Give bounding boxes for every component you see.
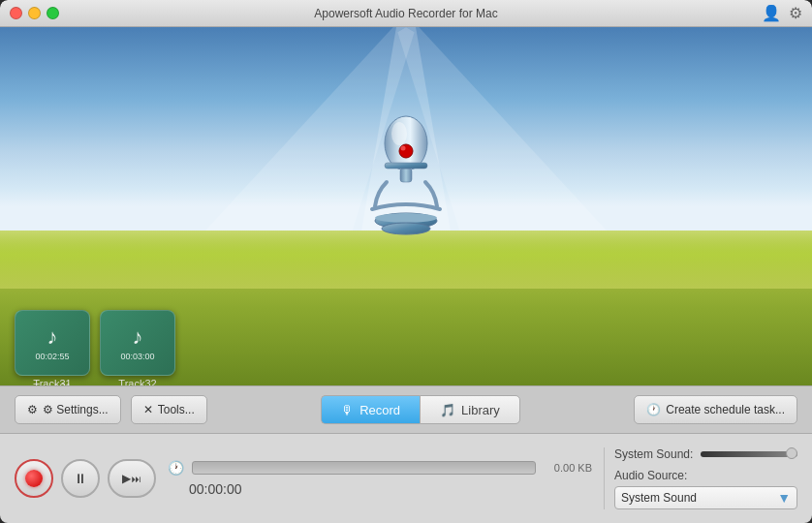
audio-source-select[interactable]: System Sound ▼ — [614, 486, 797, 509]
system-sound-label: System Sound: — [614, 447, 693, 461]
skip-icon: ⏭ — [132, 474, 141, 484]
clock-icon: 🕐 — [646, 403, 661, 416]
gear-icon: ⚙ — [27, 403, 38, 416]
music-icon: 🎵 — [440, 403, 455, 417]
audio-source-row: Audio Source: System Sound ▼ — [614, 469, 797, 509]
settings-button[interactable]: ⚙ ⚙ Settings... — [15, 395, 121, 424]
system-sound-row: System Sound: — [614, 447, 797, 461]
record-tab[interactable]: 🎙 Record — [321, 395, 420, 424]
record-tab-label: Record — [359, 403, 400, 417]
control-bar: ⚙ ⚙ Settings... ✕ Tools... 🎙 Record 🎵 Li… — [0, 385, 812, 434]
svg-rect-4 — [400, 169, 412, 182]
track-item[interactable]: ♪ 00:02:55 — [15, 310, 90, 376]
track-labels: Track31 Track32 — [15, 378, 175, 385]
track-time: 00:02:55 — [35, 352, 69, 361]
maximize-button[interactable] — [47, 7, 59, 19]
settings-icon[interactable]: ⚙ — [789, 4, 802, 22]
tracks-area: ♪ 00:02:55 Track31 ♪ 00:03:00 — [15, 310, 175, 376]
audio-source-value: System Sound — [621, 491, 697, 505]
track-time: 00:03:00 — [120, 352, 154, 361]
schedule-label: Create schedule task... — [666, 403, 785, 416]
main-visual-area: ♪ 00:02:55 Track31 ♪ 00:03:00 Track31 Tr… — [0, 27, 812, 385]
titlebar-right-icons: 👤 ⚙ — [762, 4, 802, 22]
svg-point-8 — [382, 223, 430, 234]
chevron-down-icon: ▼ — [777, 490, 791, 506]
playback-controls: ⏸ ▶ ⏭ — [15, 459, 156, 498]
window-controls — [10, 7, 59, 19]
schedule-button[interactable]: 🕐 Create schedule task... — [634, 395, 797, 424]
close-button[interactable] — [10, 7, 22, 19]
tab-group: 🎙 Record 🎵 Library — [321, 395, 520, 424]
volume-bar[interactable] — [701, 451, 797, 457]
library-tab-label: Library — [461, 403, 500, 417]
svg-point-2 — [399, 144, 413, 158]
play-icon: ▶ — [122, 472, 131, 485]
progress-bar[interactable] — [192, 461, 536, 475]
library-tab[interactable]: 🎵 Library — [420, 395, 520, 424]
settings-label: ⚙ Settings... — [43, 403, 109, 416]
audio-source-label: Audio Source: — [614, 469, 797, 482]
file-size-display: 0.00 KB — [544, 462, 592, 474]
music-note-icon: ♪ — [133, 324, 143, 350]
progress-top: 🕐 0.00 KB — [168, 460, 592, 476]
clock-indicator-icon: 🕐 — [168, 460, 184, 476]
progress-area: 🕐 0.00 KB 00:00:00 — [168, 460, 592, 497]
pause-icon: ⏸ — [74, 471, 87, 486]
svg-point-1 — [391, 122, 407, 145]
music-note-icon: ♪ — [47, 324, 58, 350]
track-label-0: Track31 — [15, 378, 90, 385]
right-panel: System Sound: Audio Source: System Sound… — [604, 447, 797, 509]
track-label-1: Track32 — [100, 378, 175, 385]
svg-point-3 — [401, 146, 406, 151]
track-item[interactable]: ♪ 00:03:00 — [100, 310, 175, 376]
record-dot — [25, 470, 43, 487]
user-icon[interactable]: 👤 — [762, 4, 781, 22]
tools-icon: ✕ — [143, 403, 153, 416]
volume-thumb[interactable] — [786, 447, 797, 459]
tools-label: Tools... — [158, 403, 195, 416]
app-title: Apowersoft Audio Recorder for Mac — [314, 7, 497, 20]
pause-button[interactable]: ⏸ — [61, 459, 100, 498]
microphone-icon: 🎙 — [341, 403, 354, 417]
microphone-graphic — [358, 114, 454, 269]
svg-point-0 — [385, 116, 427, 170]
svg-rect-5 — [385, 163, 427, 169]
record-button[interactable] — [15, 459, 53, 498]
bottom-bar: ⏸ ▶ ⏭ 🕐 0.00 KB 00:00:00 System Sound: A… — [0, 434, 812, 523]
playback-forward-group[interactable]: ▶ ⏭ — [108, 459, 156, 498]
titlebar: Apowersoft Audio Recorder for Mac 👤 ⚙ — [0, 0, 812, 27]
tools-button[interactable]: ✕ Tools... — [131, 395, 207, 424]
minimize-button[interactable] — [28, 7, 41, 19]
time-display: 00:00:00 — [168, 481, 592, 497]
svg-point-7 — [375, 213, 437, 223]
